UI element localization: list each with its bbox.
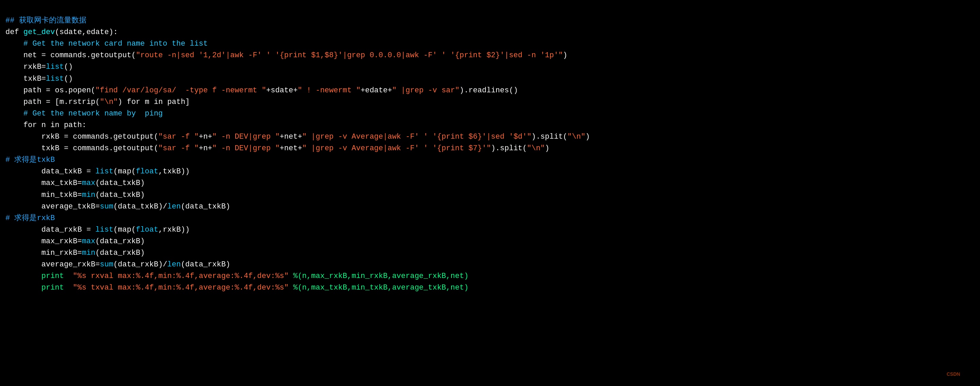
code-block: ## 获取网卡的流量数据 def get_dev(sdate,edate): #… [5, 3, 975, 305]
line-23: print "%s rxval max:%.4f,min:%.4f,averag… [5, 272, 469, 281]
comment-en-1: # Get the network card name into the lis… [5, 40, 208, 48]
line-4: net = commands.getoutput("route -n|sed '… [5, 51, 567, 60]
funcname: get_dev [24, 28, 55, 37]
line-7: path = os.popen("find /var/log/sa/ -type… [5, 86, 518, 95]
line-10: for n in path: [5, 121, 86, 129]
line-22: average_rxkB=sum(data_rxkB)/len(data_rxk… [5, 260, 230, 269]
line-12: txkB = commands.getoutput("sar -f "+n+" … [5, 144, 550, 153]
line-5: rxkB=list() [5, 63, 73, 71]
line-21: min_rxkB=min(data_rxkB) [5, 249, 145, 257]
line-24: print "%s txval max:%.4f,min:%.4f,averag… [5, 284, 469, 292]
line-19: data_rxkB = list(map(float,rxkB)) [5, 225, 190, 234]
line-14: data_txkB = list(map(float,txkB)) [5, 167, 190, 176]
line-8: path = [m.rstrip("\n") for m in path] [5, 98, 190, 106]
line-13: # 求得是txkB [5, 156, 55, 164]
comment-cn-1: ## 获取网卡的流量数据 [5, 16, 86, 25]
line-18: # 求得是rxkB [5, 214, 55, 222]
line-11: rxkB = commands.getoutput("sar -f "+n+" … [5, 132, 590, 141]
line-2: def get_dev(sdate,edate): [5, 28, 118, 37]
line-15: max_txkB=max(data_txkB) [5, 179, 145, 187]
line-1: ## 获取网卡的流量数据 [5, 16, 86, 25]
comment-cn-3: # 求得是rxkB [5, 214, 55, 222]
def-keyword: def [5, 28, 24, 37]
watermark-text: CSDN [947, 372, 960, 377]
comment-cn-2: # 求得是txkB [5, 156, 55, 164]
watermark: CSDN [947, 368, 974, 382]
line-20: max_rxkB=max(data_rxkB) [5, 237, 145, 246]
line-17: average_txkB=sum(data_txkB)/len(data_txk… [5, 203, 230, 211]
line-6: txkB=list() [5, 75, 73, 83]
line-9: # Get the network name by ping [5, 109, 163, 118]
comment-en-2: # Get the network name by ping [5, 109, 163, 118]
line-3: # Get the network card name into the lis… [5, 40, 208, 48]
line-16: min_txkB=min(data_txkB) [5, 191, 145, 199]
